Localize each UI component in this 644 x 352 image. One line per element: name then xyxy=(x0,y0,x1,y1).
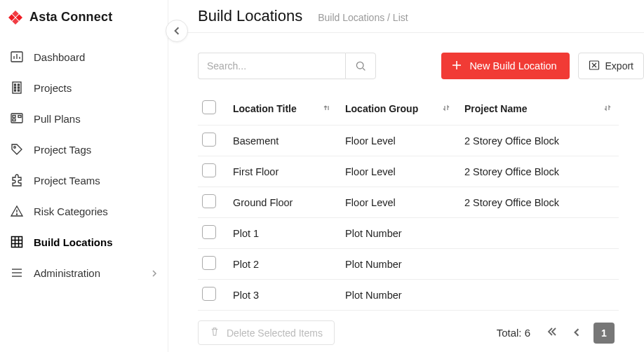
cell-group: Floor Level xyxy=(338,187,457,218)
cell-project xyxy=(457,280,619,311)
row-checkbox[interactable] xyxy=(202,163,216,177)
svg-point-20 xyxy=(14,147,16,149)
cell-title: Basement xyxy=(226,126,338,156)
board-icon xyxy=(10,111,24,126)
brand-logo-icon xyxy=(8,11,22,25)
svg-rect-11 xyxy=(18,84,20,86)
page-first-button[interactable] xyxy=(544,324,560,341)
trash-icon xyxy=(210,327,220,339)
row-checkbox[interactable] xyxy=(202,194,216,208)
svg-rect-23 xyxy=(12,237,22,248)
sidebar-item-projects[interactable]: Projects xyxy=(0,72,168,103)
sidebar-item-administration[interactable]: Administration xyxy=(0,257,168,288)
cell-project: 2 Storey Office Block xyxy=(457,126,619,156)
cell-project: 2 Storey Office Block xyxy=(457,156,619,187)
table-row[interactable]: Ground FloorFloor Level2 Storey Office B… xyxy=(198,187,619,218)
export-button[interactable]: Export xyxy=(578,53,644,79)
sidebar-item-label: Administration xyxy=(34,267,100,279)
table-footer: Delete Selected Items Total: 6 1 xyxy=(168,311,644,345)
cell-title: Plot 1 xyxy=(226,218,338,249)
cell-title: Ground Floor xyxy=(226,187,338,218)
row-checkbox[interactable] xyxy=(202,287,216,301)
sort-icon[interactable] xyxy=(442,103,450,114)
button-label: Delete Selected Items xyxy=(227,327,323,339)
cell-group: Floor Level xyxy=(338,156,457,187)
search-button[interactable] xyxy=(345,53,376,79)
menu-icon xyxy=(10,266,24,280)
sidebar-item-label: Build Locations xyxy=(34,236,113,248)
search xyxy=(198,53,376,79)
table-row[interactable]: First FloorFloor Level2 Storey Office Bl… xyxy=(198,156,619,187)
page-prev-button[interactable] xyxy=(570,325,584,341)
svg-line-32 xyxy=(363,68,365,70)
table-row[interactable]: Plot 3Plot Number xyxy=(198,280,619,311)
cell-project xyxy=(457,218,619,249)
cell-title: First Floor xyxy=(226,156,338,187)
svg-point-31 xyxy=(356,62,363,69)
select-all-checkbox[interactable] xyxy=(202,100,216,114)
sidebar-item-label: Pull Plans xyxy=(34,113,81,125)
page-current[interactable]: 1 xyxy=(593,323,615,344)
sidebar-item-pull-plans[interactable]: Pull Plans xyxy=(0,103,168,134)
sidebar-item-label: Risk Categories xyxy=(34,205,108,217)
svg-rect-19 xyxy=(13,119,15,121)
svg-rect-10 xyxy=(15,84,16,86)
row-checkbox[interactable] xyxy=(202,256,216,270)
sidebar: Asta Connect Dashboard xyxy=(0,0,168,352)
building-icon xyxy=(10,81,24,95)
new-build-location-button[interactable]: New Build Location xyxy=(441,53,569,79)
sort-asc-icon[interactable] xyxy=(323,103,331,114)
chevron-right-icon xyxy=(151,267,158,279)
column-header-title[interactable]: Location Title xyxy=(233,103,297,114)
table-row[interactable]: BasementFloor Level2 Storey Office Block xyxy=(198,126,619,156)
main: Build Locations Build Locations / List N… xyxy=(168,0,644,352)
brand: Asta Connect xyxy=(0,4,168,41)
cell-group: Floor Level xyxy=(338,126,457,156)
cell-group: Plot Number xyxy=(338,218,457,249)
column-header-group[interactable]: Location Group xyxy=(345,103,418,114)
grid-icon xyxy=(10,235,24,249)
sidebar-item-label: Dashboard xyxy=(34,51,85,63)
svg-rect-9 xyxy=(13,82,21,93)
sidebar-item-build-locations[interactable]: Build Locations xyxy=(0,226,168,257)
button-label: Export xyxy=(605,60,633,72)
search-input[interactable] xyxy=(198,53,345,79)
brand-name: Asta Connect xyxy=(29,10,112,25)
table-row[interactable]: Plot 2Plot Number xyxy=(198,249,619,280)
search-icon xyxy=(355,60,366,72)
svg-rect-18 xyxy=(18,116,21,118)
toolbar: New Build Location Export xyxy=(168,33,644,93)
cell-group: Plot Number xyxy=(338,249,457,280)
sidebar-item-label: Projects xyxy=(34,82,72,94)
sidebar-item-label: Project Tags xyxy=(34,144,91,156)
plus-icon xyxy=(451,60,462,73)
svg-rect-17 xyxy=(13,116,15,118)
sort-icon[interactable] xyxy=(603,103,612,114)
total-count: Total: 6 xyxy=(497,327,530,339)
page-header: Build Locations Build Locations / List xyxy=(168,0,644,33)
cell-project: 2 Storey Office Block xyxy=(457,187,619,218)
page-title: Build Locations xyxy=(198,7,302,25)
sidebar-item-project-tags[interactable]: Project Tags xyxy=(0,134,168,165)
sidebar-item-label: Project Teams xyxy=(34,175,100,187)
cell-title: Plot 2 xyxy=(226,249,338,280)
row-checkbox[interactable] xyxy=(202,225,216,239)
table-row[interactable]: Plot 1Plot Number xyxy=(198,218,619,249)
sidebar-item-risk-categories[interactable]: Risk Categories xyxy=(0,196,168,226)
breadcrumb: Build Locations / List xyxy=(318,12,408,23)
svg-rect-13 xyxy=(18,87,20,88)
sidebar-collapse-button[interactable] xyxy=(166,20,188,42)
sidebar-item-dashboard[interactable]: Dashboard xyxy=(0,41,168,72)
tag-icon xyxy=(10,142,24,156)
cell-group: Plot Number xyxy=(338,280,457,311)
button-label: New Build Location xyxy=(469,60,556,72)
column-header-project[interactable]: Project Name xyxy=(464,103,527,114)
delete-selected-button[interactable]: Delete Selected Items xyxy=(198,320,335,345)
row-checkbox[interactable] xyxy=(202,133,216,147)
cell-title: Plot 3 xyxy=(226,280,338,311)
svg-rect-15 xyxy=(18,90,20,91)
sidebar-item-project-teams[interactable]: Project Teams xyxy=(0,165,168,196)
excel-icon xyxy=(589,60,600,73)
warning-icon xyxy=(10,204,24,218)
svg-rect-12 xyxy=(15,87,16,88)
